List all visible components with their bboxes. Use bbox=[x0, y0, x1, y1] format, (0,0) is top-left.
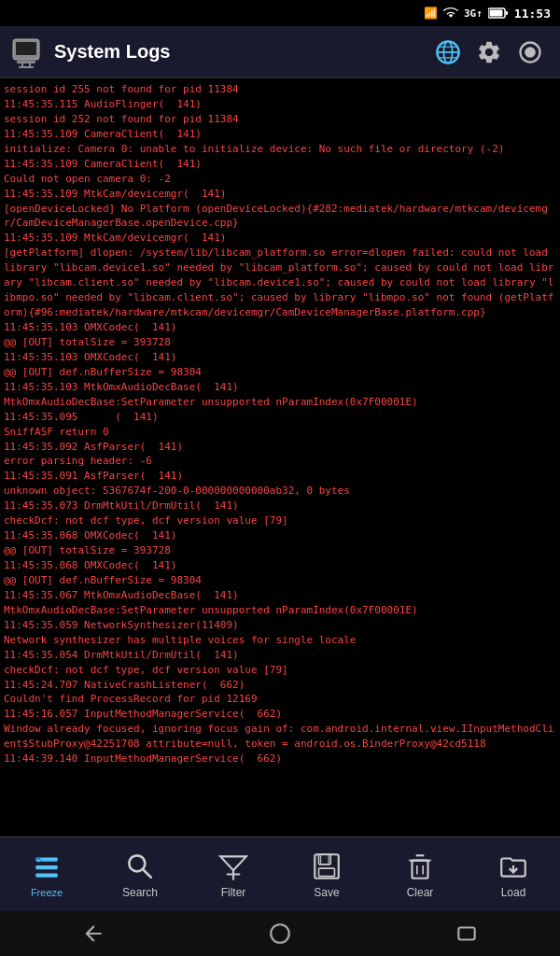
svg-marker-22 bbox=[220, 856, 246, 870]
log-line: 11:45:35.109 CameraClient( 141) bbox=[4, 157, 556, 172]
log-line: 11:45:35.115 AudioFlinger( 141) bbox=[4, 97, 556, 112]
log-line: [openDeviceLocked] No Platform (openDevi… bbox=[4, 202, 556, 232]
log-line: checkDcf: not dcf type, dcf version valu… bbox=[4, 663, 556, 678]
log-line: 11:45:35.091 AsfParser( 141) bbox=[4, 469, 556, 484]
log-line: Could not open camera 0: -2 bbox=[4, 172, 556, 187]
bottom-toolbar: Freeze Search Filter Save bbox=[0, 836, 560, 911]
back-button[interactable] bbox=[65, 917, 121, 950]
status-bar: 📶 3G↑ 11:53 bbox=[0, 0, 560, 26]
log-line: 11:44:39.140 InputMethodManagerService( … bbox=[4, 752, 556, 766]
recents-button[interactable] bbox=[439, 917, 495, 950]
log-line: 11:45:35.068 OMXCodec( 141) bbox=[4, 528, 556, 543]
log-line: checkDcf: not dcf type, dcf version valu… bbox=[4, 513, 556, 528]
app-icon bbox=[11, 35, 45, 69]
svg-line-21 bbox=[143, 869, 151, 878]
svg-rect-18 bbox=[35, 873, 57, 877]
bluetooth-icon: 📶 bbox=[424, 7, 438, 20]
log-line: error parsing header: -6 bbox=[4, 454, 556, 469]
save-button[interactable]: Save bbox=[289, 851, 364, 899]
svg-rect-17 bbox=[35, 865, 57, 868]
globe-button[interactable] bbox=[429, 34, 467, 71]
svg-rect-27 bbox=[319, 868, 335, 877]
home-button[interactable] bbox=[252, 917, 308, 950]
battery-icon bbox=[488, 7, 509, 20]
log-line: 11:45:35.073 DrmMtkUtil/DrmUtil( 141) bbox=[4, 499, 556, 513]
log-line: MtkOmxAudioDecBase:SetParameter unsuppor… bbox=[4, 395, 556, 410]
log-area[interactable]: session id 255 not found for pid 1138411… bbox=[0, 78, 560, 836]
log-line: 11:45:35.067 MtkOmxAudioDecBase( 141) bbox=[4, 588, 556, 603]
time-display: 11:53 bbox=[514, 7, 551, 21]
log-line: [getPlatform] dlopen: /system/lib/libcam… bbox=[4, 246, 556, 320]
log-line: @@ [OUT] totalSize = 393728 bbox=[4, 335, 556, 350]
log-line: Couldn't find ProcessRecord for pid 1216… bbox=[4, 692, 556, 707]
log-line: Window already focused, ignoring focus g… bbox=[4, 722, 556, 752]
log-line: SniffASF return 0 bbox=[4, 425, 556, 440]
log-line: 11:45:35.054 DrmMtkUtil/DrmUtil( 141) bbox=[4, 648, 556, 663]
svg-rect-1 bbox=[489, 10, 502, 17]
freeze-label: Freeze bbox=[31, 887, 63, 898]
wifi-icon bbox=[443, 6, 458, 21]
log-line: 11:45:24.707 NativeCrashListener( 662) bbox=[4, 678, 556, 693]
log-line: 11:45:35.103 OMXCodec( 141) bbox=[4, 320, 556, 335]
log-line: @@ [OUT] def.nBufferSize = 98304 bbox=[4, 365, 556, 380]
log-line: @@ [OUT] totalSize = 393728 bbox=[4, 543, 556, 558]
svg-rect-4 bbox=[16, 42, 36, 55]
svg-rect-2 bbox=[505, 11, 508, 15]
load-label: Load bbox=[501, 886, 526, 899]
save-label: Save bbox=[314, 886, 339, 899]
log-line: 11:45:35.068 OMXCodec( 141) bbox=[4, 558, 556, 573]
network-icon: 3G↑ bbox=[464, 7, 483, 20]
title-bar: System Logs bbox=[0, 26, 560, 78]
filter-button[interactable]: Filter bbox=[196, 851, 271, 899]
log-line: 11:45:35.059 NetworkSynthesizer(11409) bbox=[4, 618, 556, 633]
svg-rect-37 bbox=[458, 928, 474, 940]
log-line: 11:45:35.109 MtkCam/devicemgr( 141) bbox=[4, 187, 556, 202]
log-line: 11:45:35.095 ( 141) bbox=[4, 410, 556, 425]
log-line: 11:45:35.103 OMXCodec( 141) bbox=[4, 350, 556, 365]
svg-point-36 bbox=[271, 924, 289, 943]
load-button[interactable]: Load bbox=[476, 851, 551, 899]
filter-label: Filter bbox=[221, 886, 246, 899]
log-line: 11:45:35.109 MtkCam/devicemgr( 141) bbox=[4, 231, 556, 246]
log-line: Network synthesizer has multiple voices … bbox=[4, 633, 556, 648]
freeze-button[interactable]: Freeze bbox=[9, 851, 84, 898]
search-label: Search bbox=[122, 886, 158, 899]
app-title: System Logs bbox=[54, 41, 426, 63]
log-line: MtkOmxAudioDecBase:SetParameter unsuppor… bbox=[4, 603, 556, 618]
log-line: 11:45:16.057 InputMethodManagerService( … bbox=[4, 707, 556, 722]
svg-rect-5 bbox=[17, 61, 35, 63]
svg-rect-30 bbox=[413, 860, 428, 878]
clear-label: Clear bbox=[407, 886, 434, 899]
log-line: 11:45:35.103 MtkOmxAudioDecBase( 141) bbox=[4, 380, 556, 395]
log-line: initialize: Camera 0: unable to initiali… bbox=[4, 142, 556, 157]
log-line: 11:45:35.092 AsfParser( 141) bbox=[4, 440, 556, 455]
log-line: 11:45:35.109 CameraClient( 141) bbox=[4, 127, 556, 142]
record-button[interactable] bbox=[511, 34, 549, 71]
log-line: unknown object: 5367674f-200-0-000000000… bbox=[4, 484, 556, 499]
log-line: @@ [OUT] def.nBufferSize = 98304 bbox=[4, 573, 556, 588]
clear-button[interactable]: Clear bbox=[383, 851, 457, 899]
nav-bar bbox=[0, 911, 560, 956]
search-button[interactable]: Search bbox=[103, 851, 177, 899]
settings-button[interactable] bbox=[470, 34, 508, 71]
log-line: session id 255 not found for pid 11384 bbox=[4, 82, 556, 97]
svg-point-15 bbox=[525, 47, 536, 58]
log-line: session id 252 not found for pid 11384 bbox=[4, 112, 556, 127]
